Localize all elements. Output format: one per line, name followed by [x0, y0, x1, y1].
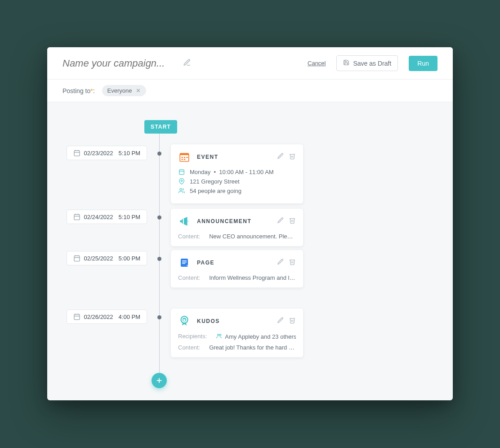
audience-chip-label: Everyone — [107, 87, 132, 94]
time-text: 5:10 PM — [119, 150, 140, 157]
event-time-row: Monday • 10:00 AM - 11:00 AM — [178, 169, 296, 175]
save-draft-label: Save as Draft — [353, 60, 391, 67]
remove-chip-icon[interactable]: ✕ — [136, 87, 141, 94]
content-row: Content: New CEO announcement. Please ev… — [178, 233, 296, 240]
card-type-label: KUDOS — [197, 318, 271, 324]
posting-label: Posting to*: — [62, 87, 95, 94]
date-chip[interactable]: 02/26/2022 4:00 PM — [67, 309, 147, 324]
date-text: 02/26/2022 — [84, 314, 113, 320]
svg-rect-6 — [182, 157, 183, 158]
calendar-icon — [73, 213, 80, 220]
date-chip[interactable]: 02/24/2022 5:10 PM — [67, 210, 147, 224]
calendar-icon — [73, 255, 80, 262]
svg-point-13 — [181, 180, 183, 182]
megaphone-icon — [178, 215, 191, 228]
svg-rect-24 — [182, 260, 187, 261]
svg-rect-25 — [182, 262, 187, 263]
card-head: PAGE — [178, 256, 296, 269]
date-text: 02/24/2022 — [84, 214, 113, 220]
recipients-row: Recipients: Amy Appleby and 23 others — [178, 333, 296, 340]
calendar-icon — [73, 313, 80, 320]
location-icon — [178, 178, 185, 184]
announcement-card[interactable]: ANNOUNCEMENT Content: New CEO announceme… — [170, 208, 304, 246]
event-icon — [178, 151, 191, 163]
svg-rect-9 — [182, 159, 183, 160]
svg-rect-10 — [184, 159, 185, 160]
date-chip[interactable]: 02/23/2022 5:10 PM — [67, 146, 147, 160]
svg-point-34 — [219, 334, 221, 336]
modal-header: Cancel Save as Draft Run — [47, 47, 453, 80]
event-attendees-row: 54 people are going — [178, 188, 296, 194]
date-chip[interactable]: 02/25/2022 5:00 PM — [67, 251, 147, 265]
delete-card-icon[interactable] — [289, 217, 296, 226]
svg-rect-7 — [184, 157, 185, 158]
svg-rect-5 — [180, 153, 189, 155]
timeline-dot — [157, 152, 161, 156]
save-icon — [343, 59, 349, 67]
run-button[interactable]: Run — [409, 56, 438, 71]
page-icon — [178, 256, 191, 269]
delete-card-icon[interactable] — [289, 258, 296, 267]
content-value: Inform Wellness Program and long po... — [209, 274, 296, 281]
edit-card-icon[interactable] — [277, 217, 284, 226]
svg-rect-26 — [182, 263, 185, 264]
date-text: 02/25/2022 — [84, 255, 113, 262]
time-text: 5:10 PM — [119, 214, 140, 220]
svg-rect-0 — [74, 151, 80, 156]
event-location-row: 121 Gregory Street — [178, 178, 296, 185]
posting-bar: Posting to*: Everyone ✕ — [47, 80, 453, 102]
svg-rect-15 — [74, 215, 80, 220]
start-badge: START — [144, 120, 177, 134]
timeline-dot — [157, 315, 161, 319]
cancel-link[interactable]: Cancel — [308, 60, 326, 67]
delete-card-icon[interactable] — [289, 152, 296, 161]
plus-icon — [155, 376, 163, 385]
svg-rect-19 — [74, 256, 80, 261]
timeline-dot — [157, 215, 161, 220]
time-text: 5:00 PM — [119, 255, 140, 262]
card-head: KUDOS — [178, 315, 296, 327]
card-type-label: PAGE — [197, 260, 271, 266]
timeline-area: START 02/23/2022 5:10 PM EVENT Monday • — [47, 102, 453, 400]
card-head: EVENT — [178, 151, 296, 163]
edit-card-icon[interactable] — [277, 258, 284, 267]
title-wrap — [62, 58, 308, 69]
content-row: Content: Great job! Thanks for the hard … — [178, 344, 296, 351]
header-actions: Cancel Save as Draft Run — [308, 55, 438, 71]
content-row: Content: Inform Wellness Program and lon… — [178, 274, 296, 281]
kudos-card[interactable]: KUDOS Recipients: Amy Appleby and 23 oth… — [170, 308, 304, 358]
recipients-icon — [216, 333, 222, 340]
campaign-name-input[interactable] — [62, 58, 179, 69]
campaign-modal: Cancel Save as Draft Run Posting to*: Ev… — [47, 47, 453, 400]
card-head: ANNOUNCEMENT — [178, 215, 296, 228]
svg-rect-8 — [186, 157, 188, 158]
pencil-icon[interactable] — [183, 58, 191, 68]
edit-card-icon[interactable] — [277, 152, 284, 161]
recipients-value: Amy Appleby and 23 others — [225, 333, 296, 340]
time-text: 4:00 PM — [119, 314, 140, 320]
svg-point-33 — [218, 334, 219, 336]
people-icon — [178, 188, 185, 194]
audience-chip[interactable]: Everyone ✕ — [102, 85, 146, 96]
svg-point-14 — [180, 188, 182, 191]
card-type-label: ANNOUNCEMENT — [197, 218, 271, 224]
delete-card-icon[interactable] — [289, 317, 296, 326]
card-type-label: EVENT — [197, 154, 271, 160]
content-value: New CEO announcement. Please eve... — [209, 233, 296, 240]
page-card[interactable]: PAGE Content: Inform Wellness Program an… — [170, 250, 304, 288]
edit-card-icon[interactable] — [277, 317, 284, 326]
add-node-button[interactable] — [152, 373, 167, 388]
schedule-icon — [178, 169, 185, 175]
svg-rect-27 — [74, 314, 80, 320]
svg-rect-11 — [179, 170, 184, 175]
date-text: 02/23/2022 — [84, 150, 113, 157]
save-draft-button[interactable]: Save as Draft — [336, 55, 398, 71]
calendar-icon — [73, 149, 80, 157]
event-card[interactable]: EVENT Monday • 10:00 AM - 11:00 AM 121 G… — [170, 144, 304, 204]
award-icon — [178, 315, 191, 327]
content-value: Great job! Thanks for the hard work y... — [209, 344, 296, 351]
timeline-dot — [157, 257, 161, 261]
